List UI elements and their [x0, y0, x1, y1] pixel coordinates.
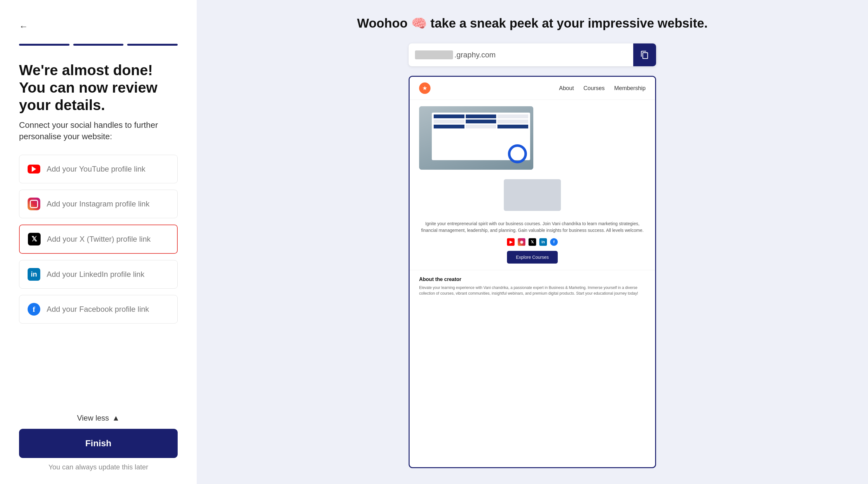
- right-panel: Woohoo 🧠 take a sneak peek at your impre…: [197, 0, 868, 484]
- youtube-field[interactable]: [19, 155, 178, 183]
- twitter-input[interactable]: [47, 235, 169, 244]
- page-subheading: Connect your social handles to further p…: [19, 119, 178, 142]
- preview-body: Ignite your entrepreneurial spirit with …: [410, 214, 655, 270]
- preview-about-text: Elevate your learning experience with Va…: [419, 285, 646, 296]
- social-fields-container: 𝕏 in f: [19, 155, 178, 404]
- update-note: You can always update this later: [19, 463, 178, 471]
- instagram-input[interactable]: [46, 199, 170, 208]
- view-less-label: View less: [77, 414, 109, 422]
- url-text-area: .graphy.com: [409, 44, 633, 66]
- nav-about: About: [559, 85, 574, 92]
- preview-nav-links: About Courses Membership: [559, 85, 646, 92]
- url-domain: .graphy.com: [454, 51, 496, 59]
- preview-facebook-icon: f: [550, 238, 558, 246]
- preview-logo: ★: [419, 83, 431, 94]
- explore-courses-button[interactable]: Explore Courses: [507, 251, 558, 264]
- preview-youtube-icon: ▶: [507, 238, 515, 246]
- progress-bar: [19, 44, 178, 46]
- preview-hero: [410, 100, 655, 176]
- nav-membership: Membership: [614, 85, 646, 92]
- preview-about-title: About the creator: [419, 277, 646, 282]
- laptop-visual: [419, 106, 533, 170]
- back-arrow-icon: ←: [19, 22, 28, 32]
- preview-linkedin-icon: in: [539, 238, 547, 246]
- view-less-button[interactable]: View less ▲: [19, 407, 178, 429]
- preview-nav: ★ About Courses Membership: [410, 77, 655, 100]
- facebook-icon: f: [27, 302, 41, 316]
- preview-hero-image: [419, 106, 533, 170]
- instagram-icon: [27, 197, 41, 211]
- progress-segment-1: [19, 44, 69, 46]
- linkedin-icon: in: [27, 267, 41, 281]
- youtube-input[interactable]: [46, 165, 170, 173]
- page-heading: We're almost done! You can now review yo…: [19, 62, 178, 114]
- youtube-icon: [27, 162, 41, 176]
- preview-social-icons: ▶ ◉ 𝕏 in f: [419, 238, 646, 246]
- url-masked-part: [415, 51, 453, 59]
- back-button[interactable]: ←: [19, 19, 28, 34]
- progress-segment-2: [73, 44, 124, 46]
- url-copy-button[interactable]: [633, 43, 656, 66]
- progress-segment-3: [127, 44, 178, 46]
- finish-button[interactable]: Finish: [19, 429, 178, 458]
- chevron-up-icon: ▲: [112, 414, 120, 422]
- twitter-icon: 𝕏: [27, 232, 41, 246]
- facebook-field[interactable]: f: [19, 295, 178, 324]
- preview-placeholder-image: [504, 179, 561, 211]
- url-bar: .graphy.com: [409, 43, 656, 66]
- website-preview: ★ About Courses Membership: [409, 76, 656, 468]
- preview-twitter-icon: 𝕏: [529, 238, 536, 246]
- copy-icon: [640, 51, 649, 59]
- instagram-field[interactable]: [19, 190, 178, 218]
- facebook-input[interactable]: [46, 305, 170, 314]
- circle-visual: [508, 144, 527, 163]
- twitter-field[interactable]: 𝕏: [19, 225, 178, 254]
- preview-title: Woohoo 🧠 take a sneak peek at your impre…: [357, 16, 708, 31]
- nav-courses: Courses: [583, 85, 605, 92]
- left-panel: ← We're almost done! You can now review …: [0, 0, 197, 484]
- preview-instagram-icon: ◉: [518, 238, 525, 246]
- preview-about-section: About the creator Elevate your learning …: [410, 270, 655, 302]
- linkedin-field[interactable]: in: [19, 260, 178, 289]
- linkedin-input[interactable]: [46, 270, 170, 279]
- preview-body-text: Ignite your entrepreneurial spirit with …: [419, 220, 646, 234]
